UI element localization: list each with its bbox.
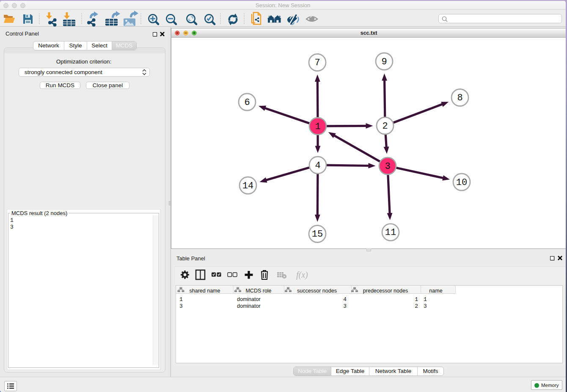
svg-text:14: 14 bbox=[242, 181, 253, 191]
svg-text:3: 3 bbox=[343, 303, 347, 309]
svg-text:6: 6 bbox=[244, 97, 250, 108]
svg-text:3: 3 bbox=[385, 161, 390, 172]
svg-text:shared name: shared name bbox=[190, 288, 220, 294]
svg-text:dominator: dominator bbox=[237, 303, 261, 309]
svg-text:3: 3 bbox=[179, 303, 183, 309]
svg-text:2: 2 bbox=[382, 121, 388, 132]
svg-text:f(x): f(x) bbox=[296, 270, 308, 280]
svg-text:1: 1 bbox=[424, 296, 427, 303]
svg-text:1: 1 bbox=[179, 296, 183, 303]
svg-text:predecessor nodes: predecessor nodes bbox=[363, 288, 408, 294]
svg-text:4: 4 bbox=[315, 160, 320, 171]
svg-text:15: 15 bbox=[312, 229, 323, 240]
svg-text:2: 2 bbox=[415, 303, 418, 309]
svg-text:successor nodes: successor nodes bbox=[297, 288, 337, 294]
svg-text:3: 3 bbox=[424, 303, 427, 309]
svg-text:8: 8 bbox=[457, 93, 462, 103]
svg-text:9: 9 bbox=[381, 57, 387, 67]
svg-text:name: name bbox=[429, 288, 442, 294]
svg-text:1: 1 bbox=[315, 121, 320, 132]
svg-text:MCDS role: MCDS role bbox=[245, 288, 271, 294]
svg-text:dominator: dominator bbox=[237, 296, 261, 302]
svg-text:1: 1 bbox=[415, 296, 418, 303]
svg-text:11: 11 bbox=[385, 227, 396, 238]
svg-text:7: 7 bbox=[314, 58, 320, 68]
svg-text:4: 4 bbox=[343, 296, 347, 303]
svg-text:10: 10 bbox=[456, 177, 467, 188]
